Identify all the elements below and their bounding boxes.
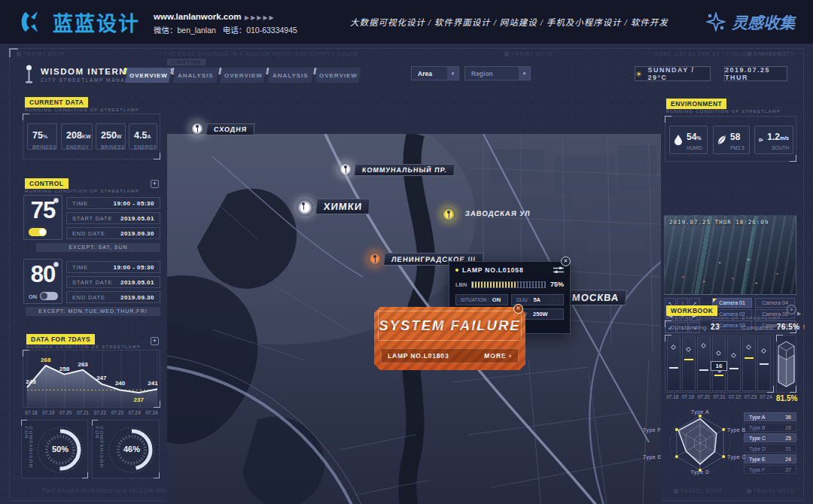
workbook-x-labels: 07.1807.1907.2007.2107.2207.2307.24 <box>665 394 774 399</box>
bar-0719[interactable] <box>682 336 696 391</box>
bar-0722[interactable] <box>727 336 741 391</box>
control-row: START DATE2019.05.01 <box>66 212 160 224</box>
type-row-c[interactable]: Type C25 <box>744 433 796 442</box>
tab-bar: OVERVIEW ANALYSIS OVERVIEW ANALYSIS OVER… <box>126 68 360 83</box>
svg-text:237: 237 <box>134 396 145 403</box>
camera-page-right-icon[interactable]: ▶ <box>797 311 801 317</box>
map-label-khimki[interactable]: ХИМКИ <box>315 199 370 214</box>
decor-top-2: THE EGGS DIVERGED IN A YELLOW WOOD, AND … <box>164 51 358 56</box>
system-failure-alert: SYSTEM FAILURE LAMP NO.L01803 MORE › <box>374 307 525 370</box>
map-label-moskva[interactable]: МОСКВА <box>564 290 627 305</box>
map-label-kommunalny[interactable]: КОММУНАЛЬНЫЙ ПР. <box>354 164 455 176</box>
tab-overview-2[interactable]: OVERVIEW <box>220 68 266 83</box>
current-data-title: CURRENT DATA <box>25 97 88 108</box>
tab-analysis-2[interactable]: ANALYSIS <box>267 68 313 83</box>
type-row-d[interactable]: Type D31 <box>744 444 796 453</box>
camera-feed[interactable]: 2019.07.25 THUR 18:26:09 <box>664 215 796 295</box>
decor-bottom-5: TRAVEL BOTH <box>754 488 795 493</box>
radar-axis-d: Type D <box>684 469 717 475</box>
control-except-2: EXCEPT: MON,TUE,WED,THUR,FRI <box>26 307 160 316</box>
brand-logo[interactable]: 蓝蓝设计 <box>20 8 140 37</box>
tab-overview-1[interactable]: OVERVIEW <box>125 68 171 83</box>
control-toggle-1[interactable] <box>29 228 47 236</box>
map-pin-kommunalny[interactable] <box>339 162 352 176</box>
week-chart-subtitle: RUNNING CONDITION OF STREETLAMP <box>26 345 141 349</box>
type-row-f[interactable]: Type F37 <box>744 465 796 474</box>
brand-services: 大数据可视化设计 / 软件界面设计 / 网站建设 / 手机及小程序设计 / 软件… <box>350 16 668 28</box>
lbn-label: LBN <box>455 281 467 288</box>
gauge-label: COMPARISON FOR <box>95 427 104 478</box>
map-pin-leningradskoe[interactable] <box>368 252 382 266</box>
week-chart-x-labels: 07.1807.1907.2007.2107.2207.2307.2407.24 <box>23 410 160 415</box>
site-header: 蓝蓝设计 www.lanlanwork.com ▶▶▶▶▶ 微信：ben_lan… <box>0 0 813 44</box>
stat-card-energy-kw: 208KW ENERGY <box>61 123 93 150</box>
area-select[interactable]: Area ▾ <box>411 66 459 80</box>
map-label-skhodnya[interactable]: СХОДНЯ <box>206 123 255 135</box>
collection-label: 灵感收集 <box>732 11 795 33</box>
leaf-icon <box>717 135 726 145</box>
map-pin-khimki[interactable] <box>297 199 313 216</box>
collection-link[interactable]: 灵感收集 <box>706 11 795 33</box>
environment-subtitle: RUNNING CONDITION OF STREETLAMP <box>666 109 781 114</box>
lbn-progress-bar[interactable] <box>471 281 546 288</box>
workbook-title: WORKBOOK <box>666 305 717 316</box>
type-row-a[interactable]: Type A36 <box>744 412 796 421</box>
svg-text:240: 240 <box>115 380 126 387</box>
control-subtitle: RUNNING CONDITION OF STREETLAMP <box>25 189 139 193</box>
droplet-icon <box>674 135 683 145</box>
popup-cell-situation: SITUATION :ON <box>455 294 508 305</box>
alert-title: SYSTEM FAILURE <box>379 317 520 334</box>
control-row: TIME19:00 - 05:30 <box>66 261 160 273</box>
control-title: CONTROL <box>25 178 69 189</box>
alert-more-button[interactable]: MORE › <box>484 352 512 360</box>
map-pin-skhodnya[interactable] <box>190 122 204 135</box>
tab-analysis-1[interactable]: ANALYSIS <box>172 68 218 83</box>
control-row: END DATE2019.09.30 <box>66 227 160 239</box>
decor-top-4: TRAVEL BOTH <box>511 51 553 56</box>
control-row: TIME19:00 - 05:30 <box>66 197 160 209</box>
bar-0724[interactable] <box>757 336 771 391</box>
control-toggle-2[interactable] <box>40 292 58 300</box>
svg-text:241: 241 <box>148 380 158 387</box>
outstanding-stat: Outstanding: 23 <box>670 323 720 331</box>
alert-close-button[interactable]: ✕ <box>513 304 523 314</box>
lanlan-logo-icon <box>20 8 47 35</box>
map-label-zavodskaya[interactable]: ЗАВОДСКАЯ УЛ <box>458 208 537 219</box>
svg-text:258: 258 <box>59 366 70 372</box>
decor-bottom-4: TRAVEL BOTH <box>681 488 722 493</box>
camera-button-01[interactable]: Camera 01 <box>712 298 752 308</box>
week-chart-expand-button[interactable]: + <box>151 337 159 345</box>
radar-axis-c: Type C <box>727 454 746 460</box>
wind-icon <box>759 135 763 144</box>
tab-overview-3[interactable]: OVERVIEW <box>315 68 361 83</box>
comparison-gauge-1: COMPARISON FOR 50% <box>21 420 88 478</box>
alert-lamp-id: LAMP NO.L01803 <box>388 352 449 360</box>
decor-top-1: TRAVEL BOTH <box>17 51 65 56</box>
brand-website[interactable]: www.lanlanwork.com <box>154 12 242 21</box>
map-pin-zavodskaya[interactable] <box>442 208 455 221</box>
environment-title: ENVIRONMENT <box>666 99 726 109</box>
env-card-wind: 1.2m/s SOUTH <box>754 126 793 154</box>
type-row-e[interactable]: Type E24 <box>744 454 796 463</box>
workbook-next-button[interactable]: › <box>787 305 796 314</box>
status-dot <box>455 269 458 272</box>
chevron-down-icon: ▾ <box>519 67 530 80</box>
type-row-b[interactable]: Type B28 <box>744 423 796 432</box>
svg-text:243: 243 <box>26 378 36 385</box>
date-indicator: 2019.07.25 THUR <box>724 66 787 81</box>
brand-contact: www.lanlanwork.com ▶▶▶▶▶ 微信：ben_lanlan 电… <box>154 7 297 37</box>
popup-close-button[interactable]: ✕ <box>561 257 571 266</box>
env-card-pm25: 58 PM2.5 <box>713 126 750 154</box>
radar-chart <box>653 410 747 478</box>
lbn-value: 75% <box>550 281 564 288</box>
region-select[interactable]: Region ▾ <box>464 66 531 80</box>
inspiration-star-icon <box>706 12 726 32</box>
sliders-icon[interactable] <box>553 266 564 274</box>
stat-card-briness: 75% BRINESS <box>27 123 57 150</box>
control-add-button[interactable]: + <box>151 180 159 188</box>
bar-tooltip: 16 <box>711 361 727 371</box>
streetlamp-icon <box>24 65 34 84</box>
gauge-value: 46% <box>123 445 140 454</box>
workbook-cube-frame <box>776 335 796 393</box>
brand-wechat: 微信：ben_lanlan <box>154 26 216 35</box>
